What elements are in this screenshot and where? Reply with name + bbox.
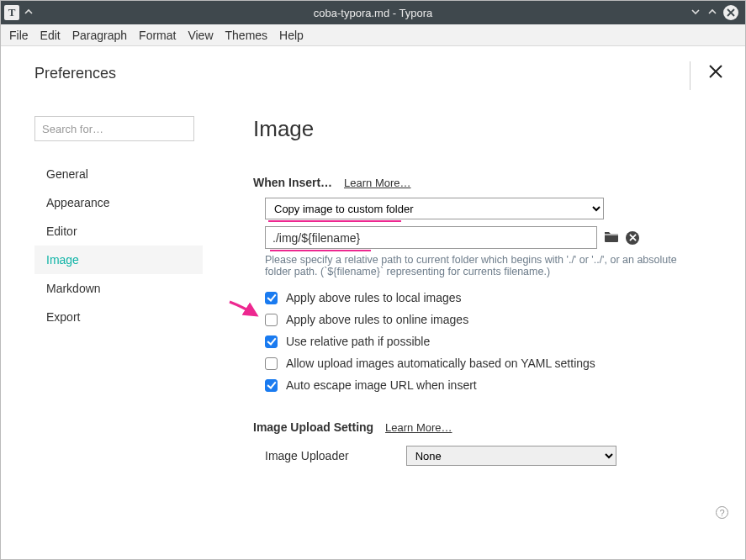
image-path-input[interactable] xyxy=(265,226,597,249)
menu-help[interactable]: Help xyxy=(279,29,304,42)
checkbox-relative-path[interactable] xyxy=(265,335,278,348)
sidebar-item-image[interactable]: Image xyxy=(34,246,203,274)
checkbox-relative-path-label: Use relative path if possible xyxy=(286,335,430,348)
annotation-underline-2 xyxy=(270,250,371,251)
upload-learn-more[interactable]: Learn More… xyxy=(385,421,452,434)
help-icon[interactable]: ? xyxy=(716,506,728,519)
checkbox-apply-local[interactable] xyxy=(265,292,278,304)
menu-themes[interactable]: Themes xyxy=(225,29,268,42)
checkbox-escape-url[interactable] xyxy=(265,379,278,392)
uploader-label: Image Uploader xyxy=(265,449,349,462)
menubar: File Edit Paragraph Format View Themes H… xyxy=(1,24,745,46)
sidebar-item-appearance[interactable]: Appearance xyxy=(34,188,203,217)
menu-format[interactable]: Format xyxy=(139,29,176,42)
when-insert-select[interactable]: Copy image to custom folder xyxy=(265,198,604,219)
preferences-content: Image When Insert… Learn More… Copy imag… xyxy=(203,116,720,466)
annotation-underline xyxy=(268,220,401,222)
menu-edit[interactable]: Edit xyxy=(40,29,61,42)
checkbox-apply-online[interactable] xyxy=(265,314,278,326)
preferences-sidebar: General Appearance Editor Image Markdown… xyxy=(34,116,203,466)
sidebar-item-general[interactable]: General xyxy=(34,160,203,188)
upload-heading: Image Upload Setting xyxy=(253,420,373,434)
sidebar-item-markdown[interactable]: Markdown xyxy=(34,274,203,303)
when-insert-learn-more[interactable]: Learn More… xyxy=(344,177,410,189)
sidebar-item-export[interactable]: Export xyxy=(34,303,203,331)
sidebar-item-editor[interactable]: Editor xyxy=(34,217,203,246)
preferences-close-button[interactable] xyxy=(707,63,724,82)
chevron-up-icon[interactable] xyxy=(23,6,34,20)
checkbox-auto-upload[interactable] xyxy=(265,357,278,370)
window-titlebar: T coba-typora.md - Typora xyxy=(1,1,745,24)
checkbox-auto-upload-label: Allow upload images automatically based … xyxy=(286,357,595,370)
page-heading: Image xyxy=(253,116,720,142)
search-input[interactable] xyxy=(34,116,194,141)
when-insert-label: When Insert… xyxy=(253,176,332,189)
folder-icon[interactable] xyxy=(604,230,619,246)
path-hint: Please specify a relative path to curren… xyxy=(265,254,694,277)
window-title: coba-typora.md - Typora xyxy=(314,7,432,19)
menu-file[interactable]: File xyxy=(9,29,29,42)
preferences-title: Preferences xyxy=(34,65,116,82)
checkbox-apply-local-label: Apply above rules to local images xyxy=(286,291,462,304)
remove-path-icon[interactable] xyxy=(626,231,639,245)
checkbox-apply-online-label: Apply above rules to online images xyxy=(286,313,468,326)
header-divider xyxy=(690,61,690,90)
uploader-select[interactable]: None xyxy=(406,446,616,466)
menu-view[interactable]: View xyxy=(188,29,213,42)
checkbox-escape-url-label: Auto escape image URL when insert xyxy=(286,378,477,392)
chevron-down-icon[interactable] xyxy=(690,6,701,20)
chevron-up-icon-2[interactable] xyxy=(706,6,718,20)
window-close-icon[interactable] xyxy=(723,5,738,20)
menu-paragraph[interactable]: Paragraph xyxy=(72,29,127,42)
app-icon: T xyxy=(4,5,19,20)
